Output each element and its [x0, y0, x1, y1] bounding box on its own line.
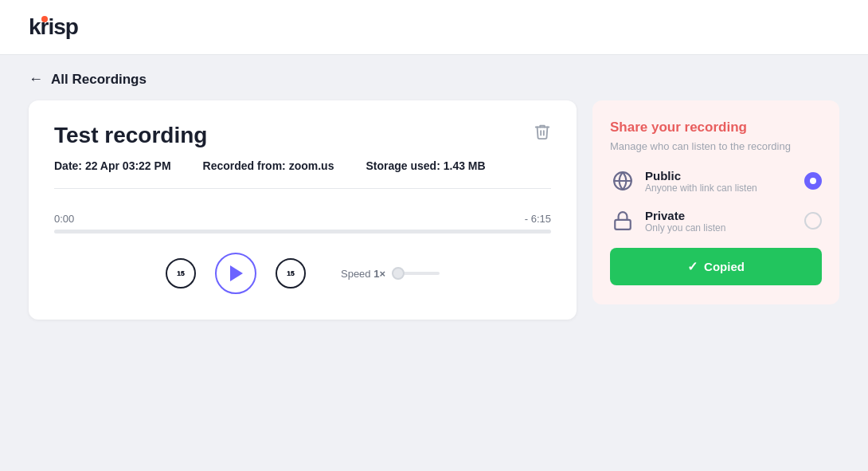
- speed-thumb: [392, 267, 405, 280]
- private-option-name: Private: [645, 209, 795, 222]
- logo-text: krisp: [29, 14, 78, 40]
- check-icon: ✓: [687, 259, 698, 274]
- speed-label: Speed 1×: [341, 268, 385, 280]
- public-option-desc: Anyone with link can listen: [645, 183, 795, 194]
- player-section: 0:00 - 6:15 15: [54, 205, 551, 294]
- forward-button[interactable]: 15: [276, 258, 306, 288]
- forward-label: 15: [287, 270, 295, 277]
- play-button[interactable]: [215, 253, 256, 294]
- rewind-button[interactable]: 15: [166, 258, 196, 288]
- copy-btn-label: Copied: [704, 260, 745, 273]
- all-recordings-label: All Recordings: [51, 72, 147, 88]
- play-icon: [230, 265, 243, 281]
- speed-control: Speed 1×: [341, 268, 440, 280]
- storage-value: 1.43 MB: [444, 159, 486, 172]
- private-option[interactable]: Private Only you can listen: [610, 208, 822, 234]
- back-nav[interactable]: ← All Recordings: [0, 55, 868, 100]
- recording-card: Test recording Date: 22 Apr 03:22 PM Rec…: [29, 100, 577, 320]
- radio-inner: [810, 178, 816, 184]
- public-option-name: Public: [645, 169, 795, 183]
- share-subtitle: Manage who can listen to the recording: [610, 140, 822, 152]
- globe-icon: [610, 168, 635, 194]
- date-meta: Date: 22 Apr 03:22 PM: [54, 159, 171, 172]
- share-panel: Share your recording Manage who can list…: [592, 100, 839, 304]
- private-option-desc: Only you can listen: [645, 222, 795, 234]
- trash-icon: [534, 123, 551, 140]
- lock-icon: [610, 208, 635, 234]
- back-arrow-icon: ←: [29, 71, 43, 88]
- public-option-text: Public Anyone with link can listen: [645, 169, 795, 194]
- private-radio[interactable]: [804, 212, 822, 230]
- private-option-text: Private Only you can listen: [645, 209, 795, 234]
- date-value: 22 Apr 03:22 PM: [85, 159, 171, 172]
- storage-meta: Storage used: 1.43 MB: [366, 159, 485, 172]
- time-current: 0:00: [54, 213, 74, 225]
- copy-link-button[interactable]: ✓ Copied: [610, 248, 822, 285]
- public-radio[interactable]: [804, 172, 822, 190]
- controls-row: 15 15 Speed 1×: [54, 253, 551, 294]
- time-total: - 6:15: [525, 213, 551, 225]
- source-meta: Recorded from: zoom.us: [203, 159, 334, 172]
- time-row: 0:00 - 6:15: [54, 213, 551, 225]
- card-header: Test recording: [54, 123, 551, 148]
- logo: krisp: [29, 14, 78, 40]
- rewind-label: 15: [178, 270, 185, 277]
- svg-rect-2: [615, 220, 631, 230]
- public-option[interactable]: Public Anyone with link can listen: [610, 168, 822, 194]
- recorded-value: zoom.us: [289, 159, 334, 172]
- speed-value: 1×: [373, 268, 385, 280]
- date-label: Date:: [54, 159, 82, 172]
- share-title: Share your recording: [610, 120, 822, 135]
- recording-title: Test recording: [54, 123, 207, 148]
- main-content: Test recording Date: 22 Apr 03:22 PM Rec…: [0, 100, 868, 320]
- header: krisp: [0, 0, 868, 55]
- meta-row: Date: 22 Apr 03:22 PM Recorded from: zoo…: [54, 159, 551, 189]
- recorded-label: Recorded from:: [203, 159, 286, 172]
- delete-button[interactable]: [534, 123, 551, 140]
- progress-bar[interactable]: [54, 230, 551, 234]
- logo-dot: [41, 16, 48, 22]
- speed-slider[interactable]: [392, 272, 440, 275]
- storage-label: Storage used:: [366, 159, 440, 172]
